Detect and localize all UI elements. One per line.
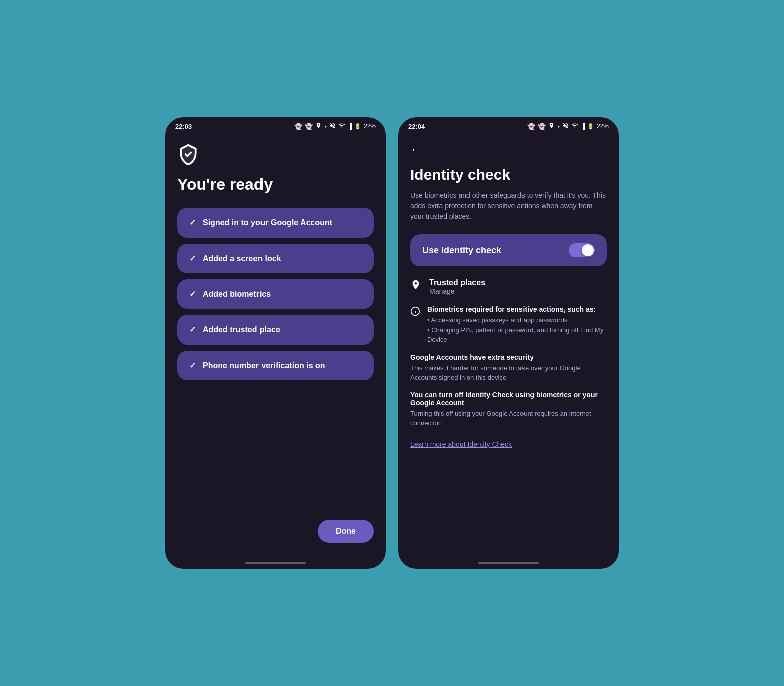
right-screen-content: ← Identity check Use biometrics and othe… xyxy=(398,133,619,558)
google-accounts-text: This makes it harder for someone to take… xyxy=(410,363,607,383)
signal-icon: ▐ xyxy=(348,123,352,129)
toggle-label: Use Identity check xyxy=(422,245,501,256)
left-phone: 22:03 👻 👻 ● ▐ 🔋 22% xyxy=(165,117,386,569)
trusted-places-title: Trusted places xyxy=(429,278,485,287)
done-button-wrap: Done xyxy=(177,520,374,543)
check-label-2: Added biometrics xyxy=(203,290,271,299)
location-status-icon-r xyxy=(548,122,555,130)
checkmark-2: ✓ xyxy=(189,289,196,299)
identity-title: Identity check xyxy=(410,166,607,183)
checkmark-0: ✓ xyxy=(189,218,196,227)
check-label-3: Added trusted place xyxy=(203,325,280,334)
check-item-1: ✓ Added a screen lock xyxy=(177,244,374,273)
right-status-bar: 22:04 👻 👻 ● ▐ 🔋 22% xyxy=(398,117,619,133)
shield-icon xyxy=(177,143,199,165)
right-battery-text: 22% xyxy=(597,123,609,130)
left-status-icons: 👻 👻 ● ▐ 🔋 22% xyxy=(294,122,376,130)
battery-icon-r: 🔋 xyxy=(587,123,594,130)
manage-trusted-places-link[interactable]: Manage xyxy=(429,287,485,295)
location-status-icon xyxy=(315,122,322,130)
learn-more-link[interactable]: Learn more about Identity Check xyxy=(410,440,607,448)
google-accounts-bold: Google Accounts have extra security xyxy=(410,353,607,361)
trusted-places-text: Trusted places Manage xyxy=(429,278,485,295)
location-pin-icon xyxy=(410,279,421,293)
check-items-list: ✓ Signed in to your Google Account ✓ Add… xyxy=(177,208,374,508)
check-label-1: Added a screen lock xyxy=(203,254,281,263)
toggle-knob xyxy=(582,244,594,256)
ghost-icon: 👻 xyxy=(294,123,302,130)
check-item-0: ✓ Signed in to your Google Account xyxy=(177,208,374,238)
left-battery-text: 22% xyxy=(364,123,376,130)
right-home-indicator xyxy=(478,562,539,564)
biometrics-info-bold: Biometrics required for sensitive action… xyxy=(427,305,607,313)
left-time: 22:03 xyxy=(175,123,192,130)
check-item-2: ✓ Added biometrics xyxy=(177,279,374,309)
ghost-icon-r: 👻 xyxy=(527,123,535,130)
biometrics-info-text: • Accessing saved passkeys and app passw… xyxy=(427,315,607,345)
turn-off-bold: You can turn off Identity Check using bi… xyxy=(410,391,607,407)
dot-icon: ● xyxy=(324,124,327,129)
ghost2-icon: 👻 xyxy=(305,123,313,130)
checkmark-3: ✓ xyxy=(189,325,196,334)
shield-icon-wrap xyxy=(177,143,374,167)
right-time: 22:04 xyxy=(408,123,425,130)
battery-icon: 🔋 xyxy=(354,123,361,130)
info-icon xyxy=(410,306,420,319)
biometrics-info-content: Biometrics required for sensitive action… xyxy=(427,305,607,345)
trusted-places-row: Trusted places Manage xyxy=(410,278,607,295)
done-button[interactable]: Done xyxy=(318,520,374,543)
wifi-icon-r xyxy=(571,122,578,130)
info-section: Biometrics required for sensitive action… xyxy=(410,305,607,345)
left-screen-content: You're ready ✓ Signed in to your Google … xyxy=(165,133,386,558)
mute-icon xyxy=(329,122,336,130)
mute-icon-r xyxy=(562,122,569,130)
screens-container: 22:03 👻 👻 ● ▐ 🔋 22% xyxy=(165,117,619,569)
checkmark-1: ✓ xyxy=(189,254,196,263)
identity-description: Use biometrics and other safeguards to v… xyxy=(410,190,607,222)
checkmark-4: ✓ xyxy=(189,361,196,370)
check-label-0: Signed in to your Google Account xyxy=(203,218,332,227)
ghost2-icon-r: 👻 xyxy=(538,123,546,130)
check-item-3: ✓ Added trusted place xyxy=(177,315,374,345)
right-phone: 22:04 👻 👻 ● ▐ 🔋 22% ← Id xyxy=(398,117,619,569)
wifi-icon xyxy=(338,122,345,130)
ready-title: You're ready xyxy=(177,175,374,194)
right-status-icons: 👻 👻 ● ▐ 🔋 22% xyxy=(527,122,609,130)
identity-check-toggle[interactable] xyxy=(569,243,595,257)
left-home-indicator xyxy=(245,562,306,564)
dot-icon-r: ● xyxy=(557,124,560,129)
check-label-4: Phone number verification is on xyxy=(203,361,325,370)
google-accounts-block: Google Accounts have extra security This… xyxy=(410,353,607,383)
left-status-bar: 22:03 👻 👻 ● ▐ 🔋 22% xyxy=(165,117,386,133)
turn-off-text: Turning this off using your Google Accou… xyxy=(410,409,607,428)
back-button[interactable]: ← xyxy=(410,143,607,156)
signal-icon-r: ▐ xyxy=(581,123,585,129)
check-item-4: ✓ Phone number verification is on xyxy=(177,351,374,380)
use-identity-check-row[interactable]: Use Identity check xyxy=(410,234,607,266)
turn-off-block: You can turn off Identity Check using bi… xyxy=(410,391,607,428)
